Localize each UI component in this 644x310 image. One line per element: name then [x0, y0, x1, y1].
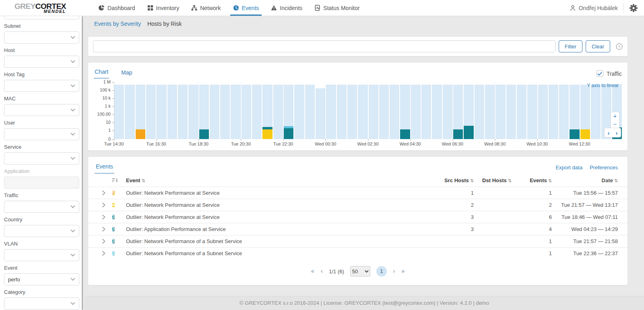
traffic-bar	[475, 85, 484, 139]
expand-chevron-icon[interactable]	[95, 227, 112, 232]
user-select[interactable]	[4, 128, 79, 140]
event-bar-severity-3[interactable]	[262, 127, 272, 129]
nav-item-network[interactable]: Network	[185, 0, 227, 16]
first-page-button[interactable]: «	[311, 268, 314, 275]
expand-chevron-icon[interactable]	[95, 202, 112, 208]
country-select[interactable]	[4, 225, 79, 237]
pan-right-button[interactable]: ›	[616, 130, 618, 136]
column-header-date[interactable]: Date⇅	[552, 177, 618, 183]
traffic-bar	[231, 85, 240, 139]
zoom-out-button[interactable]: −	[611, 120, 619, 128]
date-cell: Wed 04:23 — 14:29	[552, 226, 618, 232]
expand-chevron-icon[interactable]	[95, 190, 112, 196]
column-header-events[interactable]: Events⇅	[512, 177, 552, 183]
nav-item-incidents[interactable]: Incidents	[265, 0, 308, 16]
nav-item-status-monitor[interactable]: Status Monitor	[308, 0, 365, 16]
event-bar-severity-3[interactable]	[400, 129, 410, 139]
expand-chevron-icon[interactable]	[95, 214, 112, 220]
traffic-bar	[347, 85, 357, 139]
expand-chevron-icon[interactable]	[95, 251, 112, 256]
filter-button[interactable]: Filter	[559, 40, 582, 52]
link-hosts-by-risk[interactable]: Hosts by Risk	[147, 21, 182, 27]
pan-left-button[interactable]: ‹	[608, 130, 610, 136]
column-header-event[interactable]: Event⇅	[126, 177, 421, 183]
gear-icon[interactable]	[630, 4, 638, 12]
link-events-by-severity[interactable]: Events by Severity	[94, 21, 141, 27]
event-name[interactable]: Outlier: Application Performance at Serv…	[126, 226, 421, 232]
vlan-select[interactable]	[4, 249, 79, 261]
chart-bucket	[570, 82, 579, 139]
filter-query-input[interactable]	[93, 40, 555, 52]
event-bar-severity-3[interactable]	[570, 129, 579, 139]
main-nav: Dashboard Inventory Network Events Incid…	[93, 0, 366, 16]
table-row[interactable]: 3 Outlier: Network Performance at Servic…	[88, 211, 627, 223]
top-navbar: GREYCORTEX MENDEL Dashboard Inventory Ne…	[0, 0, 644, 16]
zoom-in-button[interactable]: +	[611, 112, 619, 120]
column-header-dst-hosts[interactable]: Dst Hosts⇅	[474, 177, 512, 183]
last-page-button[interactable]: »	[401, 268, 405, 275]
traffic-checkbox[interactable]: Traffic	[597, 70, 622, 79]
y-tick-label: 10 k	[102, 96, 114, 100]
tab-events[interactable]: Events	[95, 163, 114, 174]
export-data-link[interactable]: Export data	[555, 164, 582, 171]
tab-chart[interactable]: Chart	[94, 69, 109, 79]
expand-chevron-icon[interactable]	[95, 239, 112, 244]
category-select[interactable]	[4, 298, 79, 310]
sort-amount-icon[interactable]	[112, 177, 126, 183]
nav-item-dashboard[interactable]: Dashboard	[93, 0, 141, 16]
service-select[interactable]	[4, 152, 79, 164]
next-page-button[interactable]: ›	[393, 268, 395, 275]
event-name[interactable]: Outlier: Network Performance at Service	[126, 214, 421, 220]
app-logo[interactable]: GREYCORTEX MENDEL	[14, 2, 66, 14]
event-select[interactable]: perfo	[4, 273, 79, 285]
chart-bucket	[273, 82, 283, 139]
event-bar-severity-3[interactable]	[453, 129, 463, 139]
chart-bucket	[495, 82, 505, 139]
host-select[interactable]	[4, 56, 79, 68]
sidebar-scrollbar[interactable]	[82, 16, 83, 310]
filter-group-service: Service	[4, 144, 79, 164]
event-name[interactable]: Outlier: Network Performance of a Subnet…	[126, 238, 421, 244]
traffic-bar	[538, 85, 548, 139]
table-row[interactable]: 3 Outlier: Network Performance of a Subn…	[88, 235, 627, 247]
preferences-link[interactable]: Preferences	[590, 164, 618, 171]
table-row[interactable]: 5 Outlier: Network Performance at Servic…	[88, 187, 627, 199]
event-bar-severity-4[interactable]	[262, 129, 272, 139]
traffic-select[interactable]	[4, 201, 79, 213]
subnet-select[interactable]	[4, 31, 79, 44]
event-bar-severity-3[interactable]	[284, 128, 293, 139]
table-row[interactable]: 4 Outlier: Network Performance at Servic…	[88, 199, 627, 211]
event-bar-severity-5[interactable]	[136, 129, 145, 139]
event-name[interactable]: Outlier: Network Performance at Service	[126, 202, 421, 208]
event-bar-severity-4[interactable]	[580, 129, 590, 139]
current-page-button[interactable]: 1	[376, 266, 387, 277]
traffic-bar	[559, 85, 569, 139]
y-axis-to-linear-link[interactable]: Y axis to linear	[587, 83, 619, 88]
event-name[interactable]: Outlier: Network Performance of a Subnet…	[126, 250, 421, 256]
event-name[interactable]: Outlier: Network Performance at Service	[126, 190, 421, 196]
y-tick-label: 0	[108, 137, 114, 141]
traffic-bar	[157, 85, 166, 139]
sidebar-filter-select-partial[interactable]	[4, 16, 79, 19]
prev-page-button[interactable]: ‹	[320, 268, 323, 275]
event-bar-severity-2[interactable]	[284, 126, 293, 128]
user-menu[interactable]: Ondřej Hubálek	[570, 5, 618, 11]
chart-bucket	[157, 82, 166, 139]
column-header-src-hosts[interactable]: Src Hosts⇅	[421, 177, 474, 183]
event-bar-severity-3[interactable]	[199, 129, 209, 139]
mac-select[interactable]	[4, 104, 79, 116]
help-icon[interactable]: ?	[616, 43, 623, 50]
chart-bucket	[199, 82, 209, 139]
table-row[interactable]: 2 Outlier: Network Performance of a Subn…	[88, 247, 627, 259]
host-tag-select[interactable]	[4, 80, 79, 92]
severity-badge: 4	[112, 203, 115, 207]
table-row[interactable]: 3 Outlier: Application Performance at Se…	[88, 223, 627, 235]
nav-item-inventory[interactable]: Inventory	[141, 0, 186, 16]
tab-map[interactable]: Map	[120, 69, 133, 79]
chart-plot: Y axis to linear + − ‹ ›	[114, 82, 622, 139]
event-bar-severity-3[interactable]	[464, 126, 473, 139]
nav-item-events[interactable]: Events	[227, 0, 265, 16]
clear-button[interactable]: Clear	[586, 40, 610, 52]
page-size-select[interactable]: 50	[350, 266, 370, 277]
sort-icon: ⇅	[614, 178, 618, 183]
